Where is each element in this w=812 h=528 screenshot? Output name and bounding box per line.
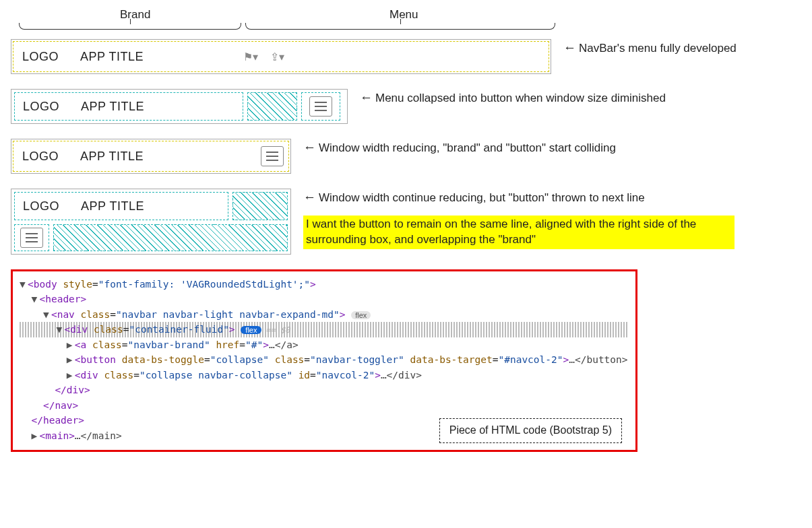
bracket-labels: Brand Menu — [19, 8, 565, 39]
caption-4: ←Window width continue reducing, but "bu… — [303, 189, 801, 206]
navbar-mock-collapsed: LOGO APP TITLE — [11, 89, 348, 124]
state-1-row: LOGO APP TITLE ⚑▾ ⇪▾ ←NavBar's menu full… — [11, 39, 801, 74]
arrow-icon: ← — [303, 190, 316, 204]
state-4-row: LOGO APP TITLE ←Window width continue re… — [11, 189, 801, 255]
menu-icons: ⚑▾ ⇪▾ — [237, 51, 284, 63]
hamburger-button[interactable] — [261, 146, 284, 166]
pin-icon[interactable]: ⇪▾ — [270, 51, 284, 63]
logo-text: LOGO — [23, 199, 59, 213]
caption-1: ←NavBar's menu fully developed — [563, 39, 737, 57]
navbar-mock-wrapped: LOGO APP TITLE — [11, 189, 291, 255]
state-2-row: LOGO APP TITLE ←Menu collapsed into butt… — [11, 89, 801, 124]
code-panel: ▼<body style="font-family: 'VAGRoundedSt… — [11, 269, 637, 452]
logo-text: LOGO — [22, 50, 59, 64]
app-title-text: APP TITLE — [81, 199, 144, 213]
flag-icon[interactable]: ⚑▾ — [243, 51, 258, 63]
hamburger-button[interactable] — [20, 228, 43, 248]
hatch-spacer — [232, 192, 288, 220]
code-box-label: Piece of HTML code (Bootstrap 5) — [439, 418, 622, 443]
caption-3: ←Window width reducing, "brand" and "but… — [303, 139, 616, 156]
navbar-mock-colliding: LOGO APP TITLE — [11, 139, 291, 174]
app-title-text: APP TITLE — [80, 150, 144, 164]
arrow-icon: ← — [303, 140, 316, 154]
flex-pill: flex — [351, 311, 371, 319]
flex-pill-selected: flex — [241, 326, 261, 334]
label-menu: Menu — [389, 8, 418, 22]
hatch-spacer — [247, 92, 297, 121]
app-title-text: APP TITLE — [80, 50, 144, 64]
arrow-icon: ← — [563, 40, 576, 55]
logo-text: LOGO — [23, 100, 59, 114]
logo-text: LOGO — [22, 150, 59, 164]
bracket-menu — [245, 23, 555, 30]
state-3-row: LOGO APP TITLE ←Window width reducing, "… — [11, 139, 801, 174]
arrow-icon: ← — [360, 90, 373, 104]
caption-4-highlight: I want the button to remain on the same … — [303, 216, 735, 249]
app-title-text: APP TITLE — [81, 100, 144, 114]
navbar-mock-expanded: LOGO APP TITLE ⚑▾ ⇪▾ — [11, 39, 551, 74]
hamburger-button[interactable] — [309, 96, 332, 117]
hatch-spacer — [53, 224, 288, 251]
bracket-brand — [19, 23, 241, 30]
label-brand: Brand — [120, 8, 150, 22]
caption-2: ←Menu collapsed into button when window … — [360, 89, 666, 106]
